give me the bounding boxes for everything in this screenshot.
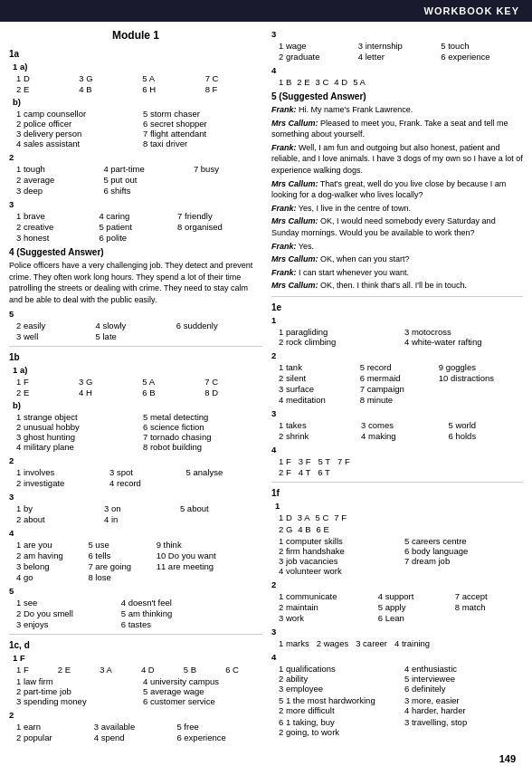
section-1a-q4: 4 (Suggested Answer) Police officers hav…: [9, 247, 262, 305]
section-1f-title: 1f: [271, 488, 523, 498]
module-title: Module 1: [9, 29, 262, 42]
section-1a-q3: 3 1 brave4 caring7 friendly 2 creative5 …: [9, 199, 262, 243]
right-q5-suggested: 5 (Suggested Answer) Frank: Hi. My name'…: [271, 91, 523, 292]
section-1e-q2: 2 1 tank5 record9 goggles 2 silent6 merm…: [271, 350, 523, 405]
section-1a-q1: 1 a) 1 D3 G5 A7 C 2 E4 B6 H8 F b) 1 camp…: [9, 62, 262, 148]
header-title: WORKBOOK KEY: [424, 5, 520, 16]
section-1e-q3: 3 1 takes3 comes5 world 2 shrink4 making…: [271, 408, 523, 441]
section-1b-q5: 5 1 see4 doesn't feel 2 Do you smell5 am…: [9, 586, 262, 629]
section-1cd-q1: 1 F 1 F2 E3 A4 D5 B6 C 1 law firm4 unive…: [9, 653, 262, 706]
right-q3: 3 1 wage3 internship5 touch 2 graduate4 …: [271, 29, 523, 62]
section-1f-q2: 2 1 communicate4 support7 accept 2 maint…: [271, 579, 523, 623]
section-1b-q2: 2 1 involves3 spot5 analyse 2 investigat…: [9, 455, 262, 488]
section-1f-q1: 1 1 D3 A5 C7 F 2 G4 B6 E 1 computer skil…: [271, 501, 523, 576]
section-1e-q1: 1 1 paragliding3 motocross 2 rock climbi…: [271, 315, 523, 347]
section-1a-q2: 2 1 tough4 part-time7 busy 2 average5 pu…: [9, 152, 262, 196]
section-1cd-q2: 2 1 earn3 available5 free 2 popular4 spe…: [9, 710, 262, 742]
section-1f-q4: 4 1 qualifications4 enthusiastic 2 abili…: [271, 652, 523, 737]
page-number: 149: [499, 753, 516, 764]
section-1b-q4: 4 1 are you5 use9 think 2 am having6 tel…: [9, 528, 262, 582]
section-1b-q1: 1 a) 1 F3 G5 A7 C 2 E4 H6 B8 D b) 1 stra…: [9, 365, 262, 452]
header: WORKBOOK KEY: [0, 0, 532, 22]
section-1a-q5: 5 2 easily4 slowly6 suddenly 3 well5 lat…: [9, 309, 262, 341]
left-column: Module 1 1a 1 a) 1 D3 G5 A7 C 2 E4 B6 H8…: [9, 29, 262, 746]
section-1a-title: 1a: [9, 49, 262, 59]
section-1f-q3: 3 1 marks2 wages3 career4 training: [271, 627, 523, 648]
section-1e-q4: 4 1 F3 F5 T7 F 2 F4 T6 T: [271, 445, 523, 477]
section-1b-title: 1b: [9, 352, 262, 362]
section-1e-title: 1e: [271, 302, 523, 312]
section-1b-q3: 3 1 by3 on5 about 2 about4 in: [9, 492, 262, 524]
section-1cd-title: 1c, d: [9, 640, 262, 650]
right-column: 3 1 wage3 internship5 touch 2 graduate4 …: [271, 29, 523, 746]
right-q4: 4 1 B 2 E 3 C 4 D 5 A: [271, 65, 523, 87]
